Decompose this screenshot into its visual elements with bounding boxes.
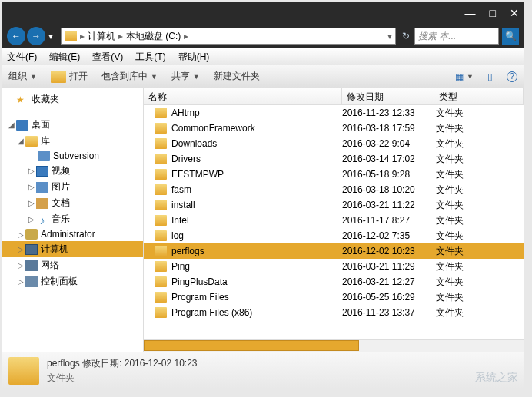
file-type: 文件夹 bbox=[434, 199, 524, 212]
scrollbar-thumb[interactable] bbox=[144, 340, 359, 351]
tree-control-panel[interactable]: ▷ 控制面板 bbox=[2, 273, 143, 289]
file-row[interactable]: EFSTMPWP2016-05-18 9:28文件夹 bbox=[144, 167, 524, 182]
file-date: 2016-03-21 11:22 bbox=[342, 200, 434, 210]
tree-documents[interactable]: ▷ 文档 bbox=[2, 195, 143, 211]
file-row[interactable]: Drivers2016-03-14 17:02文件夹 bbox=[144, 151, 524, 167]
file-date: 2016-11-23 12:33 bbox=[342, 108, 434, 118]
open-button[interactable]: 打开 bbox=[51, 70, 88, 83]
expand-icon[interactable]: ▷ bbox=[16, 261, 25, 270]
breadcrumb-dropdown-icon[interactable]: ▾ bbox=[387, 31, 392, 41]
file-row[interactable]: Program Files2016-05-25 16:29文件夹 bbox=[144, 289, 524, 305]
menu-tools[interactable]: 工具(T) bbox=[135, 51, 165, 64]
file-pane: 名称 修改日期 类型 AHtmp2016-11-23 12:33文件夹Commo… bbox=[144, 88, 524, 352]
file-row[interactable]: Ping2016-03-21 11:29文件夹 bbox=[144, 259, 524, 274]
tree-library[interactable]: ◢ 库 bbox=[2, 133, 143, 149]
expand-icon[interactable]: ▷ bbox=[27, 167, 36, 175]
view-mode-button[interactable]: ▦▼ bbox=[455, 71, 474, 82]
subversion-icon bbox=[38, 151, 50, 161]
computer-icon bbox=[25, 244, 38, 255]
tree-admin[interactable]: ▷ Administrator bbox=[2, 227, 143, 241]
forward-button[interactable]: → bbox=[27, 27, 45, 45]
file-row[interactable]: perflogs2016-12-02 10:23文件夹 bbox=[144, 243, 524, 259]
menu-help[interactable]: 帮助(H) bbox=[178, 51, 210, 64]
col-date[interactable]: 修改日期 bbox=[342, 88, 434, 104]
file-list[interactable]: AHtmp2016-11-23 12:33文件夹CommonFramework2… bbox=[144, 105, 524, 339]
file-name: AHtmp bbox=[171, 108, 342, 118]
new-folder-button[interactable]: 新建文件夹 bbox=[214, 70, 260, 83]
open-icon bbox=[51, 71, 66, 83]
menu-file[interactable]: 文件(F) bbox=[7, 51, 37, 64]
desktop-icon bbox=[16, 120, 28, 131]
file-date: 2016-03-18 17:59 bbox=[342, 123, 434, 134]
file-name: Drivers bbox=[171, 154, 342, 164]
share-button[interactable]: 共享▼ bbox=[171, 70, 200, 83]
file-name: PingPlusData bbox=[171, 276, 342, 287]
user-icon bbox=[25, 229, 38, 240]
file-row[interactable]: CommonFramework2016-03-18 17:59文件夹 bbox=[144, 121, 524, 136]
file-row[interactable]: fasm2016-03-18 10:20文件夹 bbox=[144, 182, 524, 197]
history-dropdown-icon[interactable]: ▾ bbox=[48, 31, 53, 41]
tree-pictures[interactable]: ▷ 图片 bbox=[2, 179, 143, 195]
menu-view[interactable]: 查看(V) bbox=[92, 51, 123, 64]
file-name: Downloads bbox=[171, 138, 342, 149]
breadcrumb-sep: ▸ bbox=[184, 31, 188, 41]
collapse-icon[interactable]: ◢ bbox=[16, 137, 25, 145]
collapse-icon[interactable]: ◢ bbox=[7, 121, 16, 129]
file-row[interactable]: install2016-03-21 11:22文件夹 bbox=[144, 197, 524, 213]
tree-favorites[interactable]: ★ 收藏夹 bbox=[2, 91, 143, 108]
expand-icon[interactable]: ▷ bbox=[27, 183, 36, 191]
expand-icon[interactable]: ▷ bbox=[16, 245, 25, 253]
refresh-icon[interactable]: ↻ bbox=[402, 31, 410, 41]
tree-video[interactable]: ▷ 视频 bbox=[2, 163, 143, 179]
tree-desktop[interactable]: ◢ 桌面 bbox=[2, 117, 143, 133]
file-row[interactable]: Intel2016-11-17 8:27文件夹 bbox=[144, 213, 524, 228]
tree-subversion[interactable]: Subversion bbox=[2, 149, 143, 163]
breadcrumb-drive[interactable]: 本地磁盘 (C:) bbox=[126, 30, 181, 43]
horizontal-scrollbar[interactable] bbox=[144, 339, 524, 352]
minimize-button[interactable]: — bbox=[465, 7, 476, 19]
file-type: 文件夹 bbox=[434, 230, 524, 243]
file-row[interactable]: PingPlusData2016-03-21 12:27文件夹 bbox=[144, 274, 524, 289]
maximize-button[interactable]: □ bbox=[490, 7, 496, 19]
file-row[interactable]: Program Files (x86)2016-11-23 13:37文件夹 bbox=[144, 305, 524, 320]
tree-computer[interactable]: ▷ 计算机 bbox=[2, 241, 143, 257]
folder-icon bbox=[155, 261, 167, 272]
close-button[interactable]: ✕ bbox=[510, 7, 519, 19]
file-type: 文件夹 bbox=[434, 291, 524, 304]
file-row[interactable]: AHtmp2016-11-23 12:33文件夹 bbox=[144, 105, 524, 121]
documents-icon bbox=[36, 198, 48, 209]
search-input[interactable]: 搜索 本... bbox=[414, 28, 499, 45]
include-library-button[interactable]: 包含到库中▼ bbox=[101, 70, 158, 83]
expand-icon[interactable]: ▷ bbox=[16, 277, 25, 286]
breadcrumb-computer[interactable]: 计算机 bbox=[88, 30, 115, 43]
menu-edit[interactable]: 编辑(E) bbox=[49, 51, 80, 64]
expand-icon[interactable]: ▷ bbox=[27, 215, 36, 223]
file-row[interactable]: log2016-12-02 7:35文件夹 bbox=[144, 228, 524, 243]
folder-icon bbox=[155, 200, 167, 210]
folder-icon bbox=[155, 215, 167, 226]
back-button[interactable]: ← bbox=[7, 27, 25, 45]
file-type: 文件夹 bbox=[434, 168, 524, 181]
col-name[interactable]: 名称 bbox=[144, 88, 342, 104]
explorer-window: — □ ✕ ← → ▾ ▸ 计算机 ▸ 本地磁盘 (C:) ▸ ▾ ↻ 搜索 本… bbox=[2, 2, 524, 389]
expand-icon[interactable]: ▷ bbox=[16, 230, 25, 239]
folder-icon bbox=[155, 138, 167, 149]
file-type: 文件夹 bbox=[434, 184, 524, 197]
detail-type: 文件夹 bbox=[47, 372, 197, 385]
folder-icon bbox=[155, 307, 167, 318]
search-button[interactable]: 🔍 bbox=[502, 28, 519, 45]
file-name: fasm bbox=[171, 184, 342, 195]
music-icon: ♪ bbox=[36, 214, 48, 225]
expand-icon[interactable]: ▷ bbox=[27, 199, 36, 207]
preview-pane-button[interactable]: ▯ bbox=[487, 71, 493, 82]
file-date: 2016-05-18 9:28 bbox=[342, 169, 434, 180]
file-name: Program Files bbox=[171, 292, 342, 303]
col-type[interactable]: 类型 bbox=[434, 88, 524, 104]
help-icon[interactable]: ? bbox=[507, 71, 517, 82]
file-date: 2016-11-17 8:27 bbox=[342, 215, 434, 226]
tree-music[interactable]: ▷ ♪ 音乐 bbox=[2, 211, 143, 227]
breadcrumb[interactable]: ▸ 计算机 ▸ 本地磁盘 (C:) ▸ ▾ bbox=[61, 28, 396, 45]
tree-network[interactable]: ▷ 网络 bbox=[2, 257, 143, 273]
organize-button[interactable]: 组织▼ bbox=[8, 70, 37, 83]
file-row[interactable]: Downloads2016-03-22 9:04文件夹 bbox=[144, 136, 524, 151]
